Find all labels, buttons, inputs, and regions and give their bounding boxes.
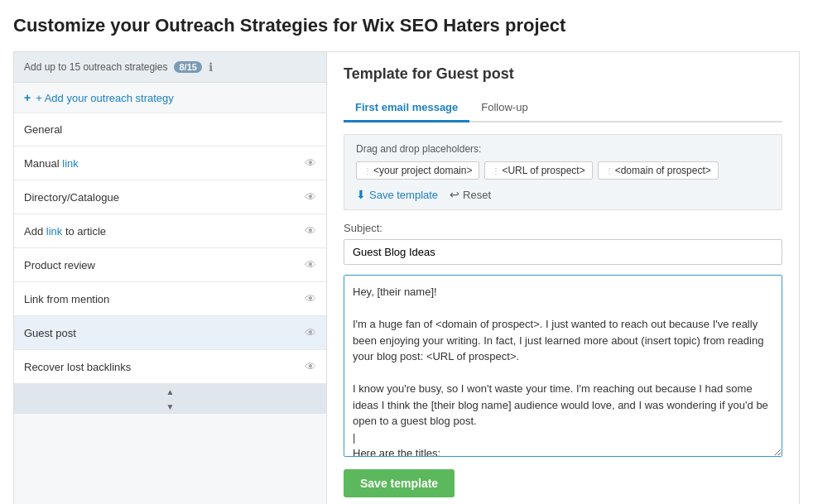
placeholder-label-domain-prospect: <domain of prospect> <box>615 165 711 176</box>
sidebar-scroll-up[interactable]: ▲ <box>14 384 326 399</box>
add-strategy-button[interactable]: + + Add your outreach strategy <box>14 83 326 113</box>
tab-follow-up[interactable]: Follow-up <box>469 94 539 122</box>
sidebar-scroll-down[interactable]: ▼ <box>14 399 326 414</box>
sidebar-header-text: Add up to 15 outreach strategies <box>24 61 167 73</box>
sidebar-scroll: + + Add your outreach strategy General M… <box>14 83 326 384</box>
strategy-label-add-link: Add link to article <box>24 225 106 238</box>
subject-label: Subject: <box>344 222 782 234</box>
subject-input[interactable] <box>344 239 782 265</box>
eye-icon-recover-backlinks[interactable]: 👁 <box>305 360 316 373</box>
save-template-small-label: Save template <box>369 189 438 201</box>
placeholders-label: Drag and drop placeholders: <box>356 143 770 155</box>
add-strategy-label: + Add your outreach strategy <box>36 92 174 104</box>
eye-icon-add-link[interactable]: 👁 <box>305 224 316 238</box>
sidebar: Add up to 15 outreach strategies 8/15 ℹ … <box>14 52 327 504</box>
sidebar-item-product-review[interactable]: Product review 👁 <box>14 248 326 282</box>
template-actions: ⬇ Save template ↩ Reset <box>356 188 770 201</box>
tabs-container: First email message Follow-up <box>344 94 782 122</box>
reset-label: Reset <box>463 189 491 201</box>
strategy-label-manual-link: Manual link <box>24 157 79 170</box>
eye-icon-guest-post[interactable]: 👁 <box>305 326 316 339</box>
template-title: Template for Guest post <box>344 65 782 83</box>
reset-button[interactable]: ↩ Reset <box>450 188 491 201</box>
strategy-label-directory: Directory/Catalogue <box>24 191 119 204</box>
plus-icon: + <box>24 91 31 104</box>
drag-dots-1: ⋮ <box>363 166 371 175</box>
content-panel: Template for Guest post First email mess… <box>327 52 799 504</box>
save-template-small-button[interactable]: ⬇ Save template <box>356 188 438 201</box>
tab-first-email[interactable]: First email message <box>344 94 469 122</box>
placeholder-project-domain[interactable]: ⋮ <your project domain> <box>356 161 479 180</box>
drag-dots-3: ⋮ <box>605 166 613 175</box>
save-icon: ⬇ <box>356 188 366 201</box>
eye-icon-directory[interactable]: 👁 <box>305 190 316 204</box>
eye-icon-product-review[interactable]: 👁 <box>305 258 316 271</box>
sidebar-item-guest-post[interactable]: Guest post 👁 <box>14 316 326 350</box>
drag-dots-2: ⋮ <box>492 166 499 175</box>
eye-icon-manual-link[interactable]: 👁 <box>305 156 316 170</box>
page-title: Customize your Outreach Strategies for W… <box>13 15 800 36</box>
strategy-label-general: General <box>24 123 62 136</box>
placeholder-label-url-prospect: <URL of prospect> <box>502 165 584 176</box>
save-template-button[interactable]: Save template <box>344 469 455 497</box>
sidebar-header: Add up to 15 outreach strategies 8/15 ℹ <box>14 52 326 83</box>
strategy-label-link-from-mention: Link from mention <box>24 293 109 305</box>
sidebar-item-general[interactable]: General <box>14 113 326 146</box>
sidebar-item-manual-link[interactable]: Manual link 👁 <box>14 146 326 180</box>
placeholders-box: Drag and drop placeholders: ⋮ <your proj… <box>344 134 782 210</box>
sidebar-item-link-from-mention[interactable]: Link from mention 👁 <box>14 282 326 316</box>
info-icon[interactable]: ℹ <box>209 60 213 74</box>
sidebar-item-add-link[interactable]: Add link to article 👁 <box>14 214 326 248</box>
email-textarea[interactable] <box>344 275 782 457</box>
strategy-label-guest-post: Guest post <box>24 327 76 339</box>
sidebar-item-recover-backlinks[interactable]: Recover lost backlinks 👁 <box>14 350 326 384</box>
placeholder-domain-prospect[interactable]: ⋮ <domain of prospect> <box>598 161 719 180</box>
sidebar-badge: 8/15 <box>174 61 201 73</box>
reset-icon: ↩ <box>450 188 459 201</box>
strategy-label-product-review: Product review <box>24 259 95 271</box>
placeholder-label-project-domain: <your project domain> <box>373 165 472 176</box>
eye-icon-link-from-mention[interactable]: 👁 <box>305 292 316 305</box>
strategy-label-recover-backlinks: Recover lost backlinks <box>24 361 131 373</box>
sidebar-item-directory[interactable]: Directory/Catalogue 👁 <box>14 180 326 214</box>
placeholder-url-prospect[interactable]: ⋮ <URL of prospect> <box>484 161 592 180</box>
placeholders-row: ⋮ <your project domain> ⋮ <URL of prospe… <box>356 161 770 180</box>
